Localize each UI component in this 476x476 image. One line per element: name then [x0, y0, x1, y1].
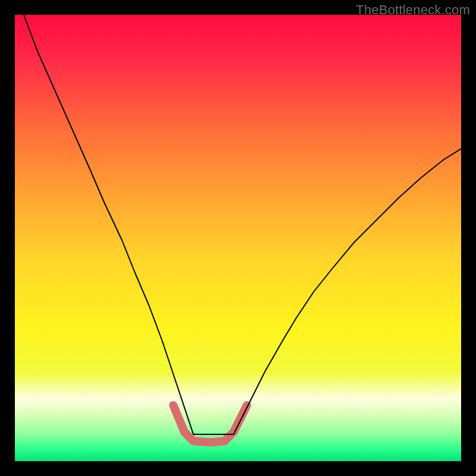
trough-highlight-path — [173, 405, 247, 442]
chart-frame: TheBottleneck.com — [0, 0, 476, 476]
plot-area — [15, 15, 461, 461]
curve-layer — [15, 15, 461, 461]
bottleneck-curve-path — [24, 15, 461, 434]
watermark-text: TheBottleneck.com — [356, 2, 470, 18]
